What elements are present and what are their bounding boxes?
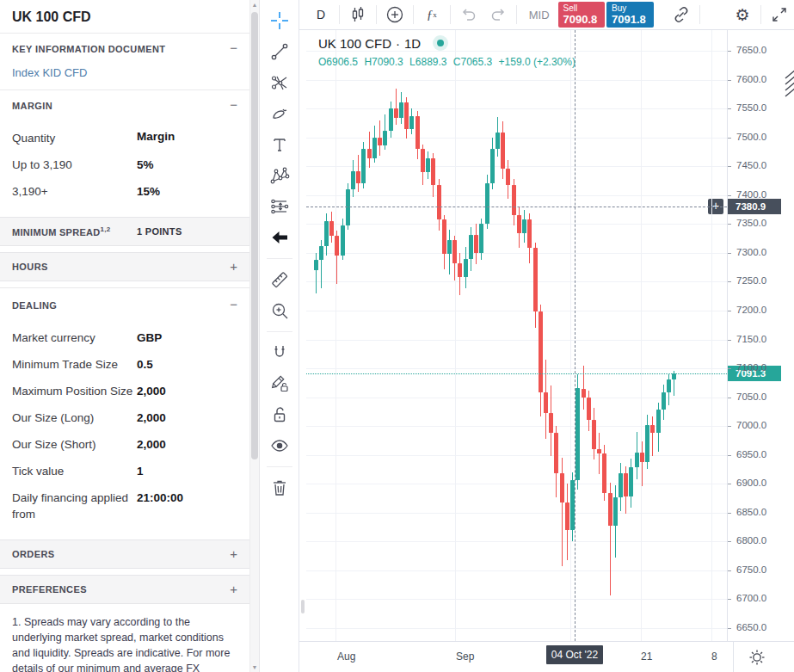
- price-tick-label: 6850.0: [736, 507, 766, 517]
- time-tick-label: Aug: [337, 650, 355, 663]
- scrollbar-thumb[interactable]: [301, 600, 305, 613]
- price-tick-label: 6950.0: [736, 449, 766, 459]
- forecast-position-icon[interactable]: [265, 192, 294, 221]
- grid-line-horizontal: [306, 368, 727, 369]
- drawing-mode-lock-icon[interactable]: [265, 369, 294, 398]
- row-value: 21:00:00: [137, 490, 183, 522]
- toolbar-separator: [376, 5, 377, 24]
- magnet-icon[interactable]: [265, 338, 294, 367]
- candle: [527, 219, 532, 249]
- candle: [458, 263, 462, 277]
- expand-icon[interactable]: +: [230, 548, 237, 560]
- indicators-fx-icon[interactable]: ƒx: [417, 3, 446, 27]
- collapse-icon[interactable]: −: [230, 99, 237, 111]
- index-kid-cfd-link[interactable]: Index KID CFD: [0, 65, 249, 89]
- price-axis[interactable]: 7380.9 7091.3 7650.07600.07550.07500.074…: [727, 30, 794, 641]
- legend-change: +159.0 (+2.30%): [499, 56, 575, 68]
- grid-line-vertical: [711, 30, 712, 641]
- price-axis-tick: [728, 51, 731, 52]
- section-hours[interactable]: HOURS +: [0, 252, 249, 281]
- pane-scroll-strip[interactable]: [299, 30, 306, 641]
- section-margin[interactable]: MARGIN −: [0, 90, 249, 121]
- mid-price-mode-label[interactable]: MID: [520, 9, 558, 22]
- section-preferences[interactable]: PREFERENCES +: [0, 575, 249, 604]
- collapse-icon[interactable]: −: [230, 299, 237, 311]
- compare-add-icon[interactable]: [380, 3, 409, 27]
- candles-style-icon[interactable]: [343, 3, 372, 27]
- crosshair-icon[interactable]: [265, 6, 294, 35]
- ruler-icon[interactable]: [265, 265, 294, 294]
- section-dealing[interactable]: DEALING −: [0, 287, 249, 321]
- candle: [372, 138, 377, 158]
- candle: [608, 493, 612, 526]
- chart-pane[interactable]: UK 100 CFD · 1D O6906.5 H7090.3 L6889.3 …: [306, 30, 727, 641]
- candle-wick: [583, 366, 584, 410]
- remove-drawings-icon[interactable]: [265, 473, 294, 502]
- candle: [629, 467, 633, 496]
- candle: [495, 133, 500, 149]
- collapse-icon[interactable]: −: [230, 42, 237, 54]
- price-axis-tick: [728, 311, 731, 311]
- row-label: 3,190+: [12, 183, 137, 200]
- scroll-down-arrow[interactable]: ▼: [250, 664, 259, 670]
- crosshair-price-badge: 7380.9: [728, 199, 781, 214]
- sell-button[interactable]: Sell 7090.8: [558, 2, 606, 28]
- row-label: Our Size (Short): [12, 436, 137, 453]
- price-axis-tick: [728, 224, 731, 225]
- hide-drawings-icon[interactable]: [265, 431, 294, 460]
- sidebar-scrollbar[interactable]: ▲ ▼: [249, 0, 259, 672]
- expand-icon[interactable]: +: [230, 583, 237, 595]
- section-orders[interactable]: ORDERS +: [0, 539, 249, 569]
- candle: [672, 373, 676, 380]
- market-open-dot: [437, 40, 444, 46]
- price-tick-label: 7100.0: [736, 362, 766, 373]
- side-panel-toggle-icon[interactable]: [784, 68, 794, 101]
- grid-line-horizontal: [306, 426, 727, 427]
- zoom-in-icon[interactable]: [265, 296, 294, 325]
- candle-wick: [316, 253, 317, 293]
- trading-app: UK 100 CFD KEY INFORMATION DOCUMENT − In…: [0, 0, 794, 672]
- candle: [501, 133, 505, 169]
- last-price-line: [306, 373, 727, 374]
- legend-low: L6889.3: [409, 56, 446, 68]
- price-axis-tick: [728, 541, 731, 542]
- link-icon[interactable]: [667, 3, 696, 27]
- gann-fib-icon[interactable]: [265, 68, 294, 97]
- legend-symbol[interactable]: UK 100 CFD: [318, 36, 391, 51]
- xabcd-pattern-icon[interactable]: [265, 161, 294, 190]
- toolbar-divider: [267, 466, 292, 467]
- price-tick-label: 6650.0: [736, 622, 766, 632]
- lock-drawings-icon[interactable]: [265, 400, 294, 429]
- candle: [437, 185, 441, 219]
- candle: [667, 379, 671, 392]
- expand-icon[interactable]: +: [230, 261, 237, 273]
- scroll-up-arrow[interactable]: ▲: [250, 2, 259, 8]
- time-axis[interactable]: 04 Oct '22 AugSep218: [299, 641, 794, 672]
- candle: [554, 433, 558, 473]
- fullscreen-icon[interactable]: [765, 3, 794, 27]
- candle: [575, 388, 580, 480]
- legend-ohlc-row: O6906.5 H7090.3 L6889.3 C7065.3 +159.0 (…: [318, 56, 579, 68]
- scrollbar-thumb[interactable]: [251, 12, 258, 459]
- price-tick-label: 7300.0: [736, 247, 766, 257]
- settings-gear-icon[interactable]: ⚙: [728, 3, 757, 27]
- chart-zone: D ƒx MID Sell 7090.8: [299, 0, 794, 672]
- price-axis-tick: [728, 281, 731, 282]
- brush-icon[interactable]: [265, 99, 294, 128]
- time-axis-corner: [733, 642, 794, 672]
- redo-icon[interactable]: [483, 3, 513, 27]
- price-axis-tick: [728, 484, 731, 484]
- time-axis-settings-icon[interactable]: [748, 648, 766, 667]
- section-header-label: MARGIN: [12, 99, 52, 113]
- section-key-information[interactable]: KEY INFORMATION DOCUMENT −: [0, 34, 249, 65]
- candle: [341, 225, 345, 256]
- candle: [335, 236, 339, 256]
- price-axis-tick: [728, 253, 731, 254]
- toolbar-divider: [267, 258, 292, 259]
- text-tool-icon[interactable]: [265, 130, 294, 159]
- arrow-marker-icon[interactable]: [265, 223, 294, 252]
- trend-line-icon[interactable]: [265, 37, 294, 66]
- interval-button[interactable]: D: [306, 3, 335, 27]
- undo-icon[interactable]: [454, 3, 483, 27]
- buy-button[interactable]: Buy 7091.8: [606, 2, 654, 28]
